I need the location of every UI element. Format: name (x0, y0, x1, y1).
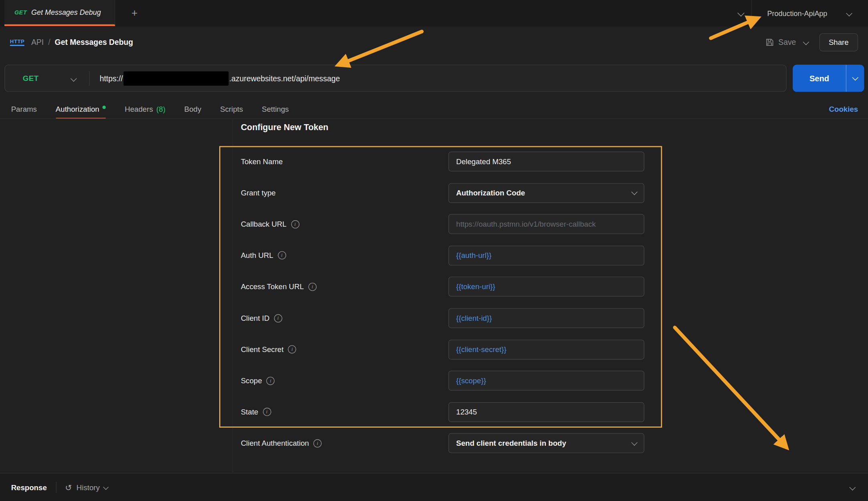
postman-window: GET Get Messages Debug + Production-ApiA… (0, 0, 868, 501)
response-label[interactable]: Response (11, 483, 47, 492)
info-icon[interactable]: i (278, 252, 286, 260)
save-options-chevron-icon[interactable] (803, 39, 809, 45)
field-value: {{token-uri}} (456, 283, 495, 291)
field-value: Authorization Code (456, 189, 525, 197)
field-value: {{client-id}} (456, 314, 492, 322)
info-icon[interactable]: i (263, 408, 271, 416)
method-label: GET (23, 74, 39, 82)
divider (56, 482, 56, 493)
breadcrumb-actions: Save Share (766, 33, 858, 51)
save-icon (766, 38, 774, 46)
field-label: Scopei (241, 376, 275, 385)
breadcrumb: HTTP API / Get Messages Debug Save Share (0, 26, 868, 57)
info-icon[interactable]: i (291, 220, 299, 229)
send-button[interactable]: Send (793, 65, 864, 92)
tab-title: Get Messages Debug (31, 8, 101, 16)
tab-headers-label: Headers (125, 105, 153, 113)
cookies-link[interactable]: Cookies (829, 100, 858, 119)
auth-status-dot (103, 105, 106, 109)
field-value: {{auth-url}} (456, 252, 491, 260)
field-label: Access Token URLi (241, 283, 317, 291)
tab-list-chevron-icon[interactable] (737, 10, 745, 17)
chevron-down-icon (852, 74, 858, 81)
callback-url-input[interactable]: https://oauth.pstmn.io/v1/browser-callba… (448, 214, 644, 234)
field-label: Client Authenticationi (241, 439, 322, 447)
url-prefix: https:// (100, 74, 123, 82)
field-label: Statei (241, 408, 271, 416)
tab-authorization[interactable]: Authorization (56, 100, 106, 119)
history-button[interactable]: ↺ History (65, 483, 107, 492)
history-label: History (77, 483, 100, 492)
share-button[interactable]: Share (819, 33, 858, 51)
tab-headers[interactable]: Headers (8) (125, 100, 166, 119)
grant-type-select[interactable]: Authorization Code (448, 183, 644, 203)
configure-token-heading: Configure New Token (241, 122, 328, 132)
form-row: Grant type Authorization Code (219, 177, 662, 209)
field-label: Client IDi (241, 314, 282, 322)
form-row: Statei 12345 (219, 396, 662, 428)
environment-name: Production-ApiApp (767, 9, 828, 18)
breadcrumb-collection[interactable]: API (31, 38, 44, 46)
app-root: GET Get Messages Debug + Production-ApiA… (0, 0, 868, 501)
token-name-input[interactable]: Delegated M365 (448, 152, 644, 172)
info-icon[interactable]: i (313, 439, 322, 447)
info-icon[interactable]: i (274, 314, 282, 322)
url-input[interactable]: https://.azurewebsites.net/api/message (100, 71, 340, 86)
chevron-down-icon (71, 75, 77, 82)
field-label: Auth URLi (241, 252, 286, 260)
field-value: {{scope}} (456, 376, 486, 385)
http-icon: HTTP (10, 38, 24, 46)
tab-scripts[interactable]: Scripts (220, 100, 243, 119)
collapse-panel-chevron-icon[interactable] (850, 484, 856, 491)
client-id-input[interactable]: {{client-id}} (448, 308, 644, 328)
chevron-down-icon (631, 189, 638, 195)
history-icon: ↺ (65, 483, 72, 492)
form-row: Client Authenticationi Send client crede… (219, 428, 662, 459)
tab-body[interactable]: Body (184, 100, 202, 119)
form-row: Scopei {{scope}} (219, 365, 662, 396)
form-row: Client IDi {{client-id}} (219, 302, 662, 334)
access-token-url-input[interactable]: {{token-uri}} (448, 277, 644, 297)
info-icon[interactable]: i (288, 345, 297, 354)
chevron-down-icon (631, 439, 638, 446)
new-tab-button[interactable]: + (125, 0, 144, 26)
method-selector[interactable]: GET (5, 65, 89, 91)
form-row: Callback URLi https://oauth.pstmn.io/v1/… (219, 209, 662, 240)
request-tab[interactable]: GET Get Messages Debug (4, 0, 115, 26)
divider (89, 71, 89, 86)
tab-method-label: GET (14, 9, 27, 16)
url-container: GET https://.azurewebsites.net/api/messa… (4, 65, 787, 92)
field-placeholder: https://oauth.pstmn.io/v1/browser-callba… (456, 220, 595, 229)
form-row: Client Secreti {{client-secret}} (219, 334, 662, 365)
arrow-to-form (675, 328, 786, 447)
plus-icon: + (131, 7, 137, 19)
scope-input[interactable]: {{scope}} (448, 371, 644, 391)
state-input[interactable]: 12345 (448, 402, 644, 422)
request-tabs: Params Authorization Headers (8) Body Sc… (0, 100, 868, 119)
info-icon[interactable]: i (308, 283, 317, 291)
client-authentication-select[interactable]: Send client credentials in body (448, 433, 644, 453)
divider (0, 119, 868, 119)
tab-settings[interactable]: Settings (262, 100, 289, 119)
field-value: {{client-secret}} (456, 345, 506, 354)
save-label: Save (778, 38, 796, 46)
url-redaction-box (123, 71, 228, 86)
info-icon[interactable]: i (266, 376, 275, 385)
chevron-down-icon (103, 484, 109, 489)
breadcrumb-separator: / (48, 38, 50, 46)
field-label: Grant type (241, 189, 276, 197)
field-value: Send client credentials in body (456, 439, 566, 447)
form-row: Auth URLi {{auth-url}} (219, 240, 662, 271)
field-label: Token Name (241, 157, 283, 166)
tab-params[interactable]: Params (11, 100, 37, 119)
auth-url-input[interactable]: {{auth-url}} (448, 245, 644, 266)
save-button[interactable]: Save (766, 38, 796, 46)
field-value: Delegated M365 (456, 157, 511, 166)
environment-selector[interactable]: Production-ApiApp (751, 0, 868, 26)
form-row: Token Name Delegated M365 (219, 146, 662, 177)
chevron-down-icon (846, 10, 852, 16)
send-options-button[interactable] (846, 65, 864, 92)
client-secret-input[interactable]: {{client-secret}} (448, 340, 644, 360)
token-form: Token Name Delegated M365 Grant type Aut… (219, 146, 662, 459)
tab-authorization-label: Authorization (56, 105, 99, 113)
